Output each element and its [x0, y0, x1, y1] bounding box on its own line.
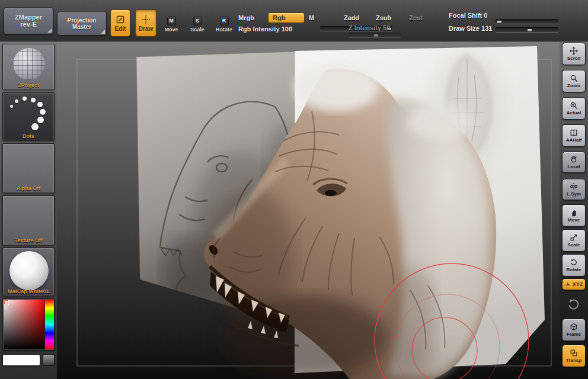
zcut-toggle[interactable]: Zcut	[409, 14, 423, 21]
z-intensity-slider[interactable]	[349, 33, 401, 38]
right-view-panel: Scroll Zoom Actual AAHalf Local	[560, 41, 588, 379]
view-move-label: Move	[568, 217, 580, 223]
left-tool-panel: ZProject Dots Alpha Off Texture Off MatC…	[0, 41, 57, 379]
material-name-label: MatCap White01	[3, 288, 54, 294]
rotate-label: Rotate	[216, 27, 232, 33]
aahalf-label: AAHalf	[566, 137, 582, 143]
scroll-button[interactable]: Scroll	[562, 43, 586, 65]
draw-crosshair-icon	[141, 15, 151, 24]
zmapper-button[interactable]: ZMapper rev-E	[4, 7, 53, 34]
rgb-intensity-label: Rgb Intensity 100	[238, 25, 292, 33]
scale-arrow-icon	[570, 233, 578, 242]
z-intensity-label: Z Intensity 50	[349, 24, 390, 31]
edit-button[interactable]: Edit	[110, 9, 130, 37]
focal-shift-label: Focal Shift 0	[449, 12, 487, 19]
stroke-dot-icon	[15, 99, 18, 103]
current-tool-thumbnail[interactable]: ZProject	[2, 44, 55, 90]
stroke-dot-icon	[31, 123, 39, 130]
view-rotate-label: Rotate	[567, 267, 581, 272]
mrgb-toggle[interactable]: Mrgb	[238, 14, 254, 21]
transparency-icon	[570, 349, 578, 357]
scroll-label: Scroll	[567, 56, 580, 61]
gyro-scale-button[interactable]: S Scale	[187, 12, 207, 37]
gyro-move-button[interactable]: M Move	[161, 12, 181, 37]
zproject-sphere-icon	[13, 48, 45, 80]
alpha-thumbnail[interactable]: Alpha Off	[2, 143, 55, 193]
local-button[interactable]: Local	[562, 152, 586, 173]
half-document-icon	[570, 129, 578, 137]
frame-label: Frame	[567, 332, 581, 337]
zmapper-label-line1: ZMapper	[15, 14, 42, 21]
zoom-button[interactable]: Zoom	[562, 70, 586, 92]
view-scale-label: Scale	[568, 242, 580, 248]
projection-master-button[interactable]: Projection Master	[57, 12, 107, 36]
scale-s-icon: S	[193, 17, 202, 25]
zoom-label: Zoom	[567, 83, 580, 88]
color-picker-marker[interactable]	[4, 300, 8, 304]
stroke-name-label: Dots	[3, 133, 54, 139]
lsym-button[interactable]: L.Sym	[562, 179, 586, 200]
saturation-value-square[interactable]	[4, 300, 44, 349]
projection-label-line1: Projection	[68, 17, 97, 24]
stroke-dot-icon	[23, 97, 27, 101]
scale-label: Scale	[190, 27, 204, 33]
zadd-toggle[interactable]: Zadd	[344, 14, 359, 21]
main-color-swatch[interactable]	[2, 354, 40, 366]
zmapper-label-line2: rev-E	[20, 21, 37, 28]
projection-label-line2: Master	[72, 24, 91, 30]
move-m-icon: M	[167, 17, 176, 25]
stroke-dot-icon	[40, 109, 46, 115]
focal-shift-slider-handle[interactable]	[497, 20, 502, 24]
material-thumbnail[interactable]: MatCap White01	[2, 248, 55, 296]
alpha-name-label: Alpha Off	[3, 185, 54, 191]
hue-strip[interactable]	[45, 300, 54, 349]
draw-size-label: Draw Size 131	[449, 25, 492, 32]
view-rotate-button[interactable]: Rotate	[562, 254, 586, 277]
xyz-axes-icon	[565, 281, 571, 287]
transp-button[interactable]: Transp	[562, 345, 586, 367]
draw-button[interactable]: Draw	[135, 9, 156, 37]
view-scale-button[interactable]: Scale	[562, 229, 586, 252]
cube-icon	[570, 323, 578, 331]
transp-label: Transp	[566, 358, 581, 363]
rgb-toggle[interactable]: Rgb	[268, 12, 305, 23]
xyz-label: XYZ	[573, 281, 583, 287]
gyro-rotate-button[interactable]: R Rotate	[213, 12, 235, 37]
draw-size-slider-handle[interactable]	[527, 28, 532, 32]
magnifier-icon	[570, 74, 578, 82]
draw-size-slider[interactable]	[496, 27, 558, 33]
local-label: Local	[568, 164, 580, 169]
frame-button[interactable]: Frame	[562, 319, 586, 341]
hand-icon	[570, 208, 578, 217]
focal-shift-slider[interactable]	[496, 19, 558, 24]
stroke-dot-icon	[37, 102, 43, 107]
aahalf-button[interactable]: AAHalf	[562, 124, 586, 147]
actual-button[interactable]: Actual	[562, 97, 586, 120]
expand-triangle-icon	[47, 28, 52, 33]
texture-thumbnail[interactable]: Texture Off	[2, 195, 55, 245]
secondary-color-swatch[interactable]	[43, 354, 55, 366]
viewport-canvas[interactable]	[57, 41, 560, 379]
free-rotate-icon[interactable]	[567, 297, 581, 311]
rotate-r-icon: R	[220, 17, 229, 25]
zbrush-window: ZMapper rev-E Projection Master Edit Dra…	[0, 0, 588, 379]
top-toolbar: ZMapper rev-E Projection Master Edit Dra…	[0, 0, 588, 41]
move-label: Move	[164, 27, 178, 33]
color-picker[interactable]	[2, 298, 55, 351]
zsub-toggle[interactable]: Zsub	[376, 14, 391, 21]
z-intensity-slider-handle[interactable]	[373, 34, 379, 37]
scroll-arrows-icon	[570, 47, 578, 55]
tool-name-label: ZProject	[3, 82, 54, 88]
view-move-button[interactable]: Move	[562, 204, 586, 227]
stroke-thumbnail[interactable]: Dots	[2, 92, 55, 141]
texture-name-label: Texture Off	[3, 237, 54, 243]
m-toggle[interactable]: M	[309, 14, 314, 21]
matcap-sphere-icon	[9, 251, 49, 290]
symmetry-icon	[570, 182, 578, 191]
stroke-dot-icon	[37, 117, 44, 123]
draw-label: Draw	[139, 25, 153, 32]
xyz-button[interactable]: XYZ	[562, 278, 586, 290]
expand-triangle-icon	[101, 30, 105, 34]
stroke-dot-icon	[10, 105, 13, 108]
edit-label: Edit	[115, 25, 126, 32]
